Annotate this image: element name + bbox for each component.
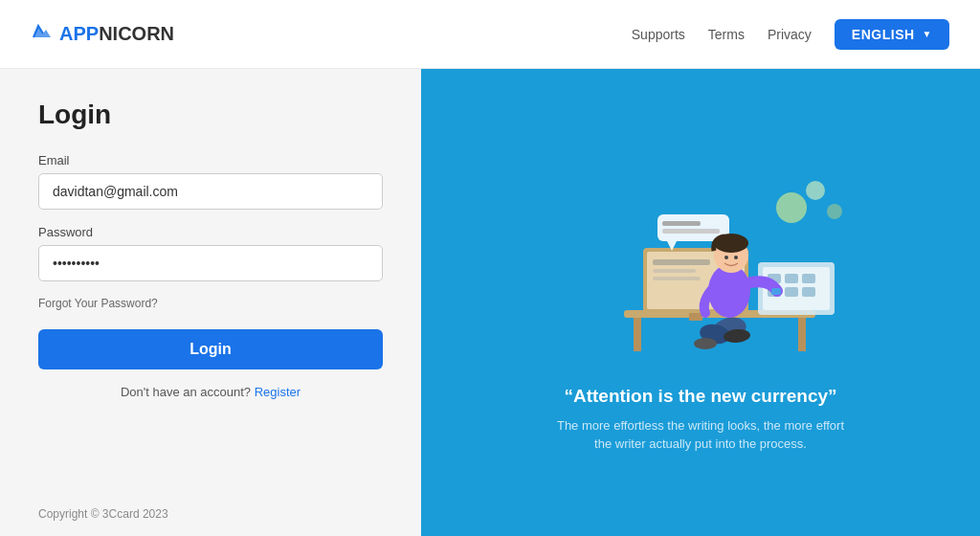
svg-rect-15 (785, 287, 798, 297)
register-prompt: Don't have an account? Register (38, 385, 383, 399)
login-button[interactable]: Login (38, 329, 383, 369)
login-panel: Login Email Password Forgot Your Passwor… (0, 69, 421, 536)
svg-rect-19 (662, 229, 720, 234)
svg-rect-8 (689, 313, 702, 321)
nav-terms[interactable]: Terms (708, 27, 745, 42)
nav-privacy[interactable]: Privacy (768, 27, 812, 42)
svg-point-23 (827, 204, 842, 219)
svg-rect-12 (785, 274, 798, 283)
svg-point-21 (776, 192, 807, 223)
register-link[interactable]: Register (255, 385, 301, 399)
promo-panel: “Attention is the new currency” The more… (421, 69, 980, 536)
forgot-password-link[interactable]: Forgot Your Password? (38, 297, 383, 310)
promo-subtext: The more effortless the writing looks, t… (547, 416, 854, 454)
svg-rect-13 (802, 274, 815, 283)
svg-point-33 (734, 256, 738, 259)
svg-rect-16 (802, 287, 815, 297)
chevron-down-icon: ▼ (923, 29, 932, 39)
svg-rect-29 (771, 288, 781, 295)
illustration (547, 143, 854, 363)
svg-rect-6 (653, 269, 696, 273)
language-selector[interactable]: ENGLISH ▼ (835, 19, 949, 50)
copyright: Copyright © 3Ccard 2023 (38, 507, 168, 521)
logo-icon (31, 20, 54, 49)
promo-quote: “Attention is the new currency” (564, 386, 836, 407)
logo-text: APPNICORN (59, 23, 174, 45)
svg-point-32 (724, 256, 728, 259)
logo: APPNICORN (31, 20, 174, 49)
svg-point-22 (806, 181, 825, 200)
email-label: Email (38, 153, 383, 168)
nav-supports[interactable]: Supports (632, 27, 685, 42)
email-group: Email (38, 153, 383, 210)
svg-rect-5 (653, 259, 710, 265)
svg-rect-1 (634, 318, 641, 351)
svg-point-27 (694, 338, 717, 349)
password-field[interactable] (38, 245, 383, 281)
header: APPNICORN Supports Terms Privacy ENGLISH… (0, 0, 980, 69)
header-nav: Supports Terms Privacy ENGLISH ▼ (632, 19, 949, 50)
password-label: Password (38, 225, 383, 239)
svg-rect-7 (653, 277, 701, 280)
password-group: Password (38, 225, 383, 281)
email-field[interactable] (38, 173, 383, 210)
login-title: Login (38, 100, 383, 130)
svg-rect-2 (798, 318, 806, 351)
main-content: Login Email Password Forgot Your Passwor… (0, 69, 980, 536)
svg-rect-18 (662, 221, 701, 226)
